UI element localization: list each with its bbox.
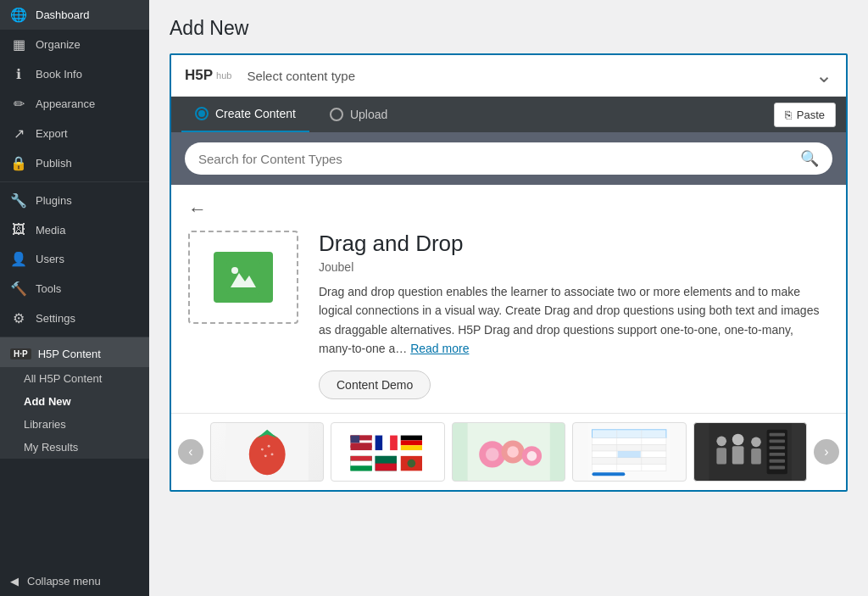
main-content: Add New H5Phub Select content type ⌄ Cre… xyxy=(149,0,868,596)
svg-point-56 xyxy=(751,437,761,447)
svg-rect-61 xyxy=(769,446,784,449)
sidebar-item-label: Organize xyxy=(36,38,81,51)
svg-rect-46 xyxy=(593,464,666,471)
svg-rect-63 xyxy=(769,459,784,462)
sidebar-item-settings[interactable]: ⚙ Settings xyxy=(0,304,149,333)
tab-upload[interactable]: Upload xyxy=(316,97,401,131)
publish-icon: 🔒 xyxy=(10,155,27,171)
h5p-container: H5Phub Select content type ⌄ Create Cont… xyxy=(170,53,848,492)
svg-rect-49 xyxy=(618,451,641,458)
svg-rect-17 xyxy=(376,435,383,449)
thumbnails-row: ‹ xyxy=(171,413,846,490)
svg-point-38 xyxy=(526,451,537,461)
users-icon: 👤 xyxy=(10,251,27,267)
svg-rect-40 xyxy=(593,429,666,437)
h5p-badge: H·P xyxy=(10,348,31,359)
svg-rect-57 xyxy=(751,448,761,464)
h5p-content-detail: ← Drag and Drop Joubel Drag an xyxy=(171,185,846,413)
svg-rect-50 xyxy=(593,472,626,476)
sidebar-item-appearance[interactable]: ✏ Appearance xyxy=(0,89,149,119)
thumbnail-1[interactable] xyxy=(210,422,324,482)
sidebar-item-dashboard[interactable]: 🌐 Dashboard xyxy=(0,0,149,30)
plugins-icon: 🔧 xyxy=(10,192,27,209)
sidebar-item-label: Users xyxy=(36,253,64,265)
page-title: Add New xyxy=(170,17,848,40)
sidebar-item-label: Appearance xyxy=(36,97,95,110)
svg-rect-43 xyxy=(593,444,666,451)
read-more-link[interactable]: Read more xyxy=(410,342,469,355)
h5p-submenu: All H5P Content Add New Libraries My Res… xyxy=(0,367,149,459)
svg-rect-29 xyxy=(376,463,397,471)
thumbnail-5[interactable] xyxy=(693,422,807,482)
svg-point-7 xyxy=(261,448,264,450)
back-button[interactable]: ← xyxy=(188,198,207,220)
svg-rect-21 xyxy=(401,440,422,445)
sidebar-item-my-results[interactable]: My Results xyxy=(0,436,149,459)
sidebar-item-label: Media xyxy=(36,224,65,237)
svg-rect-45 xyxy=(593,457,666,464)
tab-create-content[interactable]: Create Content xyxy=(181,97,309,132)
select-content-type-label: Select content type xyxy=(247,69,355,83)
svg-rect-60 xyxy=(769,439,784,443)
sidebar-item-add-new[interactable]: Add New xyxy=(0,390,149,413)
radio-create xyxy=(195,107,209,120)
svg-point-9 xyxy=(264,454,267,457)
paste-button[interactable]: ⎘ Paste xyxy=(774,103,836,127)
thumbnail-2[interactable] xyxy=(331,422,444,482)
svg-point-2 xyxy=(231,267,238,274)
thumbnail-4[interactable] xyxy=(572,422,686,482)
sidebar-item-tools[interactable]: 🔨 Tools xyxy=(0,274,149,304)
search-input[interactable] xyxy=(198,152,793,166)
sidebar-item-plugins[interactable]: 🔧 Plugins xyxy=(0,186,149,215)
content-demo-button[interactable]: Content Demo xyxy=(319,370,431,399)
sidebar-item-media[interactable]: 🖼 Media xyxy=(0,215,149,244)
content-thumbnail xyxy=(188,231,298,324)
sidebar-item-h5p-content[interactable]: H·P H5P Content xyxy=(0,341,149,367)
tools-icon: 🔨 xyxy=(10,281,27,297)
svg-rect-26 xyxy=(351,465,372,471)
sidebar-item-export[interactable]: ↗ Export xyxy=(0,119,149,148)
media-icon: 🖼 xyxy=(10,222,27,237)
collapse-icon: ◀ xyxy=(10,575,19,588)
svg-rect-59 xyxy=(769,432,784,436)
paste-label: Paste xyxy=(797,109,825,121)
sidebar-item-book-info[interactable]: ℹ Book Info xyxy=(0,59,149,89)
search-container: 🔍 xyxy=(185,142,832,175)
svg-point-34 xyxy=(486,448,499,461)
sidebar-item-users[interactable]: 👤 Users xyxy=(0,244,149,274)
drag-drop-icon xyxy=(226,260,260,294)
sidebar-item-publish[interactable]: 🔒 Publish xyxy=(0,148,149,178)
sidebar-item-all-h5p[interactable]: All H5P Content xyxy=(0,367,149,390)
search-icon: 🔍 xyxy=(800,149,819,168)
sidebar-item-label: Book Info xyxy=(36,68,82,81)
thumbnail-3[interactable] xyxy=(452,422,565,482)
content-thumb-img xyxy=(214,252,273,303)
sidebar-item-label: Tools xyxy=(36,282,61,295)
sidebar-item-label: Publish xyxy=(36,157,72,170)
svg-rect-15 xyxy=(351,445,372,448)
collapse-menu-button[interactable]: ◀ Collapse menu xyxy=(0,566,149,596)
content-title: Drag and Drop xyxy=(319,231,829,257)
svg-rect-18 xyxy=(383,435,391,449)
sidebar-item-organize[interactable]: ▦ Organize xyxy=(0,30,149,59)
svg-rect-64 xyxy=(769,465,784,469)
svg-rect-24 xyxy=(351,455,372,460)
svg-rect-25 xyxy=(351,460,372,465)
radio-upload xyxy=(330,108,343,121)
content-description: Drag and drop question enables the learn… xyxy=(319,282,829,359)
h5p-logo: H5Phub xyxy=(185,67,231,84)
chevron-down-icon[interactable]: ⌄ xyxy=(815,64,832,87)
thumb-next-button[interactable]: › xyxy=(814,439,839,465)
svg-point-36 xyxy=(507,446,519,458)
svg-rect-19 xyxy=(391,435,398,449)
svg-point-10 xyxy=(271,453,274,455)
info-icon: ℹ xyxy=(10,66,27,82)
sidebar-item-libraries[interactable]: Libraries xyxy=(0,413,149,436)
content-info: Drag and Drop Joubel Drag and drop quest… xyxy=(319,231,829,399)
h5p-search-area: 🔍 xyxy=(171,132,846,185)
svg-rect-55 xyxy=(732,446,743,464)
sidebar-item-label: Settings xyxy=(36,312,75,325)
thumb-prev-button[interactable]: ‹ xyxy=(178,439,203,465)
dashboard-icon: 🌐 xyxy=(10,7,27,23)
svg-rect-0 xyxy=(226,260,260,294)
